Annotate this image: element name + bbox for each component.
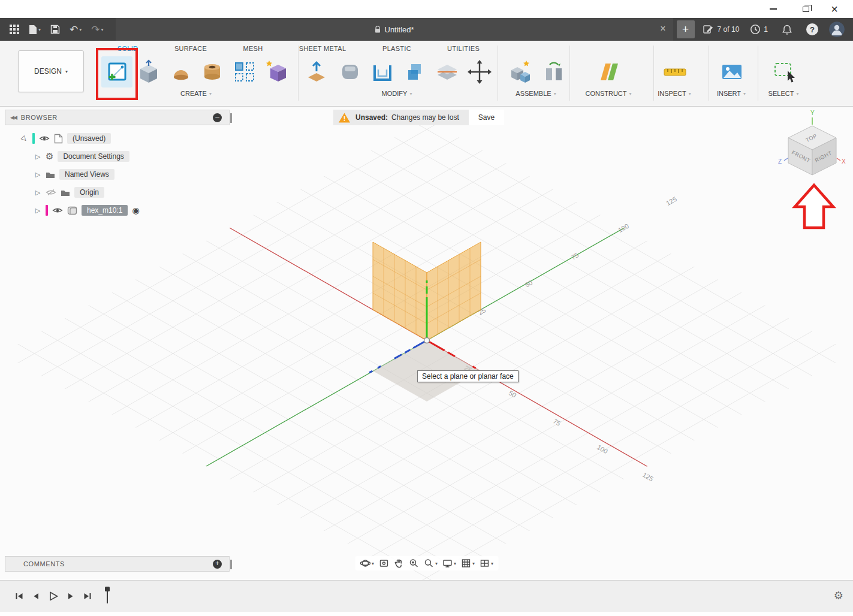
activate-component-radio[interactable]: ◉	[132, 206, 139, 215]
go-to-start-button[interactable]	[14, 591, 24, 601]
comments-panel[interactable]: COMMENTS +	[5, 556, 230, 572]
component-row[interactable]: ▷ hex_m10:1 ◉	[34, 203, 140, 218]
zoom-button[interactable]: ▾	[423, 558, 438, 569]
joint-button[interactable]	[538, 56, 569, 87]
press-pull-button[interactable]	[301, 56, 332, 87]
browser-header[interactable]: ◀◀ BROWSER –	[5, 110, 230, 125]
activity-button[interactable]: 1	[750, 24, 768, 35]
viewcube[interactable]: Y TOP FRONT RIGHT X Z	[774, 108, 849, 189]
revolve-button[interactable]	[165, 56, 197, 87]
insert-menu[interactable]: INSERT ▾	[717, 90, 746, 97]
construct-menu[interactable]: CONSTRUCT ▾	[585, 90, 631, 97]
file-menu-button[interactable]: ▾	[25, 22, 44, 37]
timeline-settings-button[interactable]: ⚙	[834, 589, 843, 602]
insert-canvas-button[interactable]	[716, 56, 747, 87]
create-form-button[interactable]	[261, 56, 293, 87]
timeline-marker[interactable]	[103, 585, 111, 607]
inspect-menu[interactable]: INSPECT ▾	[658, 90, 691, 97]
move-copy-button[interactable]	[464, 56, 495, 87]
new-tab-button[interactable]: +	[677, 20, 695, 38]
select-menu[interactable]: SELECT ▾	[768, 90, 799, 97]
measure-button[interactable]	[659, 56, 691, 87]
minimize-icon	[770, 8, 777, 10]
origin-label[interactable]: Origin	[74, 187, 104, 198]
add-comment-button[interactable]: +	[213, 560, 222, 569]
maximize-button[interactable]	[792, 0, 819, 18]
tab-utilities[interactable]: UTILITIES	[447, 45, 480, 52]
document-root-label[interactable]: (Unsaved)	[67, 133, 111, 144]
construct-plane-button[interactable]	[593, 56, 625, 87]
collapse-panel-icon[interactable]: ◀◀	[10, 114, 16, 120]
tab-plastic[interactable]: PLASTIC	[382, 45, 411, 52]
viewports-icon	[479, 558, 490, 569]
help-button[interactable]: ?	[806, 23, 818, 35]
select-button[interactable]	[769, 56, 800, 87]
pattern-button[interactable]	[229, 56, 260, 87]
tab-sheet-metal[interactable]: SHEET METAL	[299, 45, 346, 52]
component-label[interactable]: hex_m10:1	[82, 205, 128, 216]
modify-menu[interactable]: MODIFY ▾	[382, 90, 412, 97]
origin-point[interactable]	[424, 338, 430, 343]
look-at-button[interactable]	[378, 558, 389, 569]
chevron-down-icon: ▾	[372, 561, 374, 566]
tab-surface[interactable]: SURFACE	[174, 45, 207, 52]
go-to-end-button[interactable]	[83, 591, 92, 601]
save-now-button[interactable]: Save	[469, 110, 504, 125]
extrude-button[interactable]	[133, 56, 164, 87]
create-sketch-button[interactable]	[101, 56, 132, 87]
visibility-eye-icon[interactable]	[52, 207, 63, 214]
named-views-label[interactable]: Named Views	[59, 169, 114, 180]
play-button[interactable]	[48, 591, 59, 602]
design-menu-button[interactable]: DESIGN ▾	[18, 50, 84, 92]
visibility-eye-icon[interactable]	[39, 135, 50, 142]
visibility-off-eye-icon[interactable]	[46, 189, 56, 196]
tab-solid[interactable]: SOLID	[117, 45, 138, 52]
revolve-icon	[168, 59, 194, 85]
zoom-window-button[interactable]	[408, 558, 419, 569]
close-button[interactable]: ×	[821, 0, 848, 18]
document-settings-row[interactable]: ▷ ⚙ Document Settings	[34, 149, 129, 164]
expand-arrow-icon[interactable]: ▷	[34, 189, 41, 197]
app-launcher-button[interactable]	[6, 22, 23, 37]
fillet-button[interactable]	[334, 56, 366, 87]
tab-close-button[interactable]: ×	[660, 23, 665, 34]
undo-button[interactable]: ↶ ▾	[66, 22, 85, 37]
expand-arrow-icon[interactable]: ▷	[34, 153, 41, 161]
create-menu[interactable]: CREATE ▾	[180, 90, 212, 97]
panel-resize-grip[interactable]	[230, 560, 232, 569]
origin-row[interactable]: ▷ Origin	[34, 185, 104, 200]
tab-mesh[interactable]: MESH	[243, 45, 263, 52]
viewports-button[interactable]: ▾	[479, 558, 493, 569]
notifications-button[interactable]	[779, 22, 795, 37]
shell-button[interactable]	[367, 56, 398, 87]
assemble-menu[interactable]: ASSEMBLE ▾	[516, 90, 556, 97]
browser-root-row[interactable]: ▷ (Unsaved)	[21, 131, 111, 146]
document-settings-label[interactable]: Document Settings	[58, 151, 129, 162]
timeline-marker-icon	[103, 585, 111, 605]
chevron-down-icon: ▾	[472, 561, 475, 566]
pan-button[interactable]	[393, 558, 404, 569]
panel-resize-grip[interactable]	[230, 113, 232, 123]
hide-all-button[interactable]: –	[213, 113, 222, 122]
step-back-button[interactable]	[31, 591, 41, 601]
expand-arrow-icon[interactable]: ▷	[34, 207, 41, 215]
new-component-button[interactable]	[505, 56, 536, 87]
split-body-button[interactable]	[432, 56, 463, 87]
expand-arrow-icon[interactable]: ▷	[19, 133, 30, 144]
avatar[interactable]	[829, 22, 845, 37]
minimize-button[interactable]	[759, 0, 787, 18]
job-status-button[interactable]: 7 of 10	[703, 25, 740, 34]
expand-arrow-icon[interactable]: ▷	[34, 171, 41, 179]
named-views-row[interactable]: ▷ Named Views	[34, 167, 114, 182]
viewport-canvas[interactable]: 25 50 75 100 125 25 50 75 100 125 ◀◀ BRO…	[0, 107, 853, 580]
step-forward-button[interactable]	[66, 591, 76, 601]
orbit-button[interactable]: ▾	[360, 558, 374, 569]
group-separator	[709, 46, 709, 101]
document-tab[interactable]: Untitled* ×	[116, 18, 673, 41]
redo-button[interactable]: ↷ ▾	[88, 22, 107, 37]
combine-button[interactable]	[399, 56, 430, 87]
display-settings-button[interactable]: ▾	[442, 558, 456, 569]
grid-settings-button[interactable]: ▾	[460, 558, 475, 569]
save-button[interactable]	[47, 22, 64, 37]
hole-button[interactable]	[197, 56, 228, 87]
